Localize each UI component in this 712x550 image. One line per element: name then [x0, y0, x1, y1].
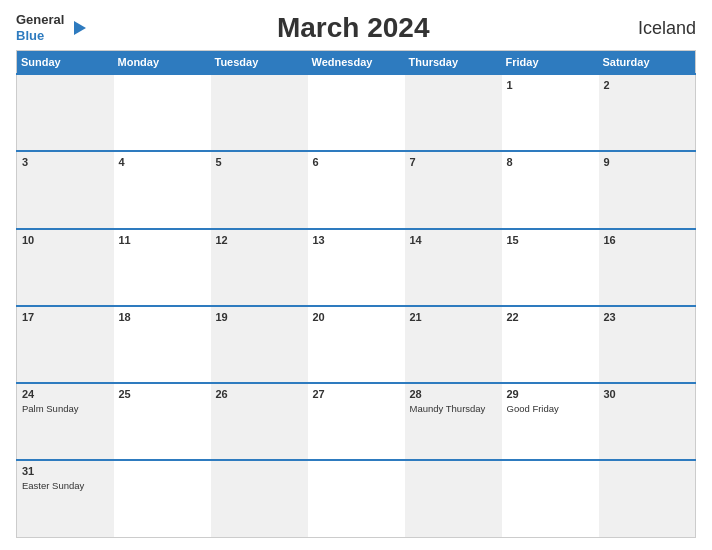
day-number: 9	[604, 156, 691, 168]
calendar-cell: 8	[502, 151, 599, 228]
calendar-cell	[599, 460, 696, 537]
calendar-cell: 27	[308, 383, 405, 460]
calendar-week-row: 17181920212223	[17, 306, 696, 383]
day-number: 8	[507, 156, 594, 168]
calendar-week-row: 24Palm Sunday25262728Maundy Thursday29Go…	[17, 383, 696, 460]
day-number: 29	[507, 388, 594, 400]
holiday-label: Palm Sunday	[22, 403, 79, 414]
calendar-week-row: 12	[17, 74, 696, 151]
calendar-cell: 19	[211, 306, 308, 383]
day-number: 21	[410, 311, 497, 323]
day-number: 19	[216, 311, 303, 323]
calendar-week-row: 31Easter Sunday	[17, 460, 696, 537]
calendar-cell: 30	[599, 383, 696, 460]
day-number: 23	[604, 311, 691, 323]
day-number: 28	[410, 388, 497, 400]
calendar-cell: 28Maundy Thursday	[405, 383, 502, 460]
country-label: Iceland	[616, 18, 696, 39]
day-number: 3	[22, 156, 109, 168]
calendar-table: Sunday Monday Tuesday Wednesday Thursday…	[16, 50, 696, 538]
calendar-cell	[405, 460, 502, 537]
holiday-label: Good Friday	[507, 403, 559, 414]
day-number: 18	[119, 311, 206, 323]
day-number: 2	[604, 79, 691, 91]
calendar-cell: 7	[405, 151, 502, 228]
calendar-cell: 11	[114, 229, 211, 306]
calendar-cell: 29Good Friday	[502, 383, 599, 460]
day-number: 30	[604, 388, 691, 400]
col-saturday: Saturday	[599, 51, 696, 75]
col-thursday: Thursday	[405, 51, 502, 75]
col-sunday: Sunday	[17, 51, 114, 75]
day-number: 24	[22, 388, 109, 400]
calendar-cell: 2	[599, 74, 696, 151]
day-number: 22	[507, 311, 594, 323]
holiday-label: Maundy Thursday	[410, 403, 486, 414]
logo-general-text: General	[16, 13, 64, 27]
calendar-cell	[405, 74, 502, 151]
calendar-cell: 18	[114, 306, 211, 383]
col-friday: Friday	[502, 51, 599, 75]
day-number: 7	[410, 156, 497, 168]
col-tuesday: Tuesday	[211, 51, 308, 75]
calendar-cell: 20	[308, 306, 405, 383]
day-number: 16	[604, 234, 691, 246]
calendar-cell	[17, 74, 114, 151]
day-number: 26	[216, 388, 303, 400]
calendar-cell: 4	[114, 151, 211, 228]
calendar-cell: 22	[502, 306, 599, 383]
calendar-cell: 6	[308, 151, 405, 228]
calendar-cell: 25	[114, 383, 211, 460]
day-number: 5	[216, 156, 303, 168]
day-number: 27	[313, 388, 400, 400]
calendar-cell: 14	[405, 229, 502, 306]
col-monday: Monday	[114, 51, 211, 75]
calendar-cell: 15	[502, 229, 599, 306]
calendar-page: General Blue March 2024 Iceland Sunday M…	[0, 0, 712, 550]
calendar-cell: 1	[502, 74, 599, 151]
calendar-cell: 12	[211, 229, 308, 306]
calendar-cell: 3	[17, 151, 114, 228]
calendar-cell: 13	[308, 229, 405, 306]
holiday-label: Easter Sunday	[22, 480, 84, 491]
calendar-cell: 23	[599, 306, 696, 383]
logo: General Blue	[16, 13, 90, 42]
day-number: 25	[119, 388, 206, 400]
calendar-cell: 26	[211, 383, 308, 460]
calendar-cell	[308, 460, 405, 537]
calendar-cell	[308, 74, 405, 151]
calendar-cell	[211, 74, 308, 151]
calendar-cell: 10	[17, 229, 114, 306]
day-number: 17	[22, 311, 109, 323]
calendar-cell: 5	[211, 151, 308, 228]
calendar-cell: 16	[599, 229, 696, 306]
calendar-cell: 17	[17, 306, 114, 383]
weekday-header-row: Sunday Monday Tuesday Wednesday Thursday…	[17, 51, 696, 75]
logo-blue-text: Blue	[16, 28, 44, 43]
day-number: 12	[216, 234, 303, 246]
calendar-week-row: 3456789	[17, 151, 696, 228]
calendar-cell: 31Easter Sunday	[17, 460, 114, 537]
day-number: 15	[507, 234, 594, 246]
day-number: 14	[410, 234, 497, 246]
calendar-cell: 9	[599, 151, 696, 228]
day-number: 11	[119, 234, 206, 246]
logo-icon	[68, 17, 90, 39]
calendar-title: March 2024	[90, 12, 616, 44]
day-number: 13	[313, 234, 400, 246]
day-number: 10	[22, 234, 109, 246]
col-wednesday: Wednesday	[308, 51, 405, 75]
header: General Blue March 2024 Iceland	[16, 12, 696, 44]
calendar-cell: 21	[405, 306, 502, 383]
day-number: 6	[313, 156, 400, 168]
calendar-week-row: 10111213141516	[17, 229, 696, 306]
calendar-cell	[114, 74, 211, 151]
calendar-cell	[114, 460, 211, 537]
svg-marker-0	[74, 21, 86, 35]
calendar-cell	[502, 460, 599, 537]
day-number: 4	[119, 156, 206, 168]
calendar-cell	[211, 460, 308, 537]
day-number: 20	[313, 311, 400, 323]
day-number: 1	[507, 79, 594, 91]
calendar-cell: 24Palm Sunday	[17, 383, 114, 460]
